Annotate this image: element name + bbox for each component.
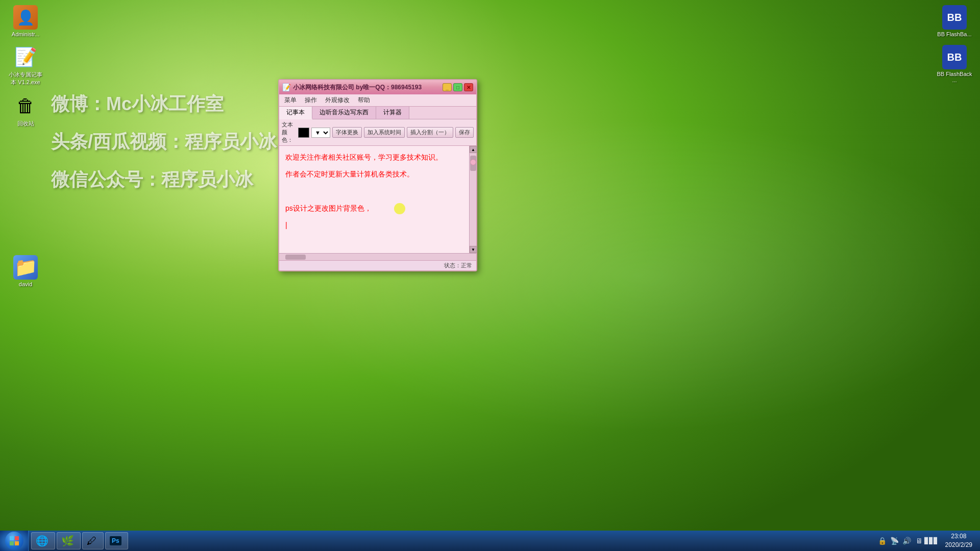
text-cursor-indicator [394,203,405,214]
recycle-icon: 🗑 [13,94,38,118]
menu-item-file[interactable]: 菜单 [282,95,299,105]
admin-label: Administr... [12,31,39,37]
bb-flashback2-icon: BB [942,45,967,69]
bb-flashback2-label: BB FlashBack ... [934,71,975,83]
menu-item-help[interactable]: 帮助 [356,95,372,105]
taskbar: 🌐 🌿 🖊 Ps 🔒 📡 🔊 🖥 ▊▊▊ 23:08 [0,531,980,551]
desktop-icons-left: 👤 Administr... 📝 小冰专属记事 本 V1.2.exe 🗑 回收站… [5,5,46,295]
desktop-icon-david[interactable]: 📁 david [5,255,46,287]
social-wechat: 微信公众号：程序员小冰 [51,167,277,192]
systray-display-icon[interactable]: 🖥 [914,536,924,546]
ps-icon: Ps [110,536,121,545]
tab-calculator[interactable]: 计算器 [376,107,409,119]
window-text-content[interactable]: 欢迎关注作者相关社区账号，学习更多技术知识。 作者会不定时更新大量计算机各类技术… [279,146,469,253]
content-line-3 [285,185,460,197]
systray: 🔒 📡 🔊 🖥 ▊▊▊ [874,536,940,546]
desktop-icon-bb-flashback2[interactable]: BB BB FlashBack ... [934,45,975,83]
window-titlebar: 📝 小冰网络科技有限公司 by唯一QQ：986945193 _ □ ✕ [279,80,476,94]
bb-flashback1-label: BB FlashBa... [937,31,971,37]
horizontal-scrollbar[interactable] [279,253,476,260]
window-close-button[interactable]: ✕ [464,83,473,91]
systray-security-icon[interactable]: 🔒 [877,536,888,546]
scrollbar-track [470,153,476,246]
scrollbar-down-button[interactable]: ▼ [470,246,477,253]
desktop-background-overlay [0,0,980,551]
bb-flashback1-icon: BB [942,5,967,30]
ie-icon: 🌐 [36,535,48,547]
taskbar-ps-button[interactable]: Ps [105,532,128,549]
tab-music[interactable]: 边听音乐边写东西 [312,107,376,119]
desktop-icon-recycle[interactable]: 🗑 回收站 [5,94,46,128]
windows-logo-icon [9,536,19,546]
notepad-app-label: 小冰专属记事 本 V1.2.exe [9,71,42,86]
window-content-area: 欢迎关注作者相关社区账号，学习更多技术知识。 作者会不定时更新大量计算机各类技术… [279,146,476,253]
desktop-icon-bb-flashback1[interactable]: BB BB FlashBa... [934,5,975,37]
h-scrollbar-thumb[interactable] [285,255,306,260]
window-title-text: 小冰网络科技有限公司 by唯一QQ：986945193 [293,83,422,92]
window-tabs: 记事本 边听音乐边写东西 计算器 [279,107,476,119]
window-app-icon: 📝 [282,83,291,91]
font-update-button[interactable]: 字体更换 [332,127,362,138]
systray-network-icon[interactable]: 📡 [890,536,900,546]
taskbar-clock[interactable]: 23:08 2020/2/29 [940,532,977,549]
menu-item-edit[interactable]: 操作 [303,95,319,105]
clock-time: 23:08 [945,532,972,541]
menu-item-appearance[interactable]: 外观修改 [323,95,352,105]
color-picker-box[interactable] [298,128,309,138]
svg-rect-0 [10,536,14,540]
scrollbar-up-button[interactable]: ▲ [470,146,477,153]
notepad-window: 📝 小冰网络科技有限公司 by唯一QQ：986945193 _ □ ✕ 菜单 操… [278,79,477,271]
window-toolbar: 文本颜色： ▼ 字体更换 加入系统时间 插入分割（一） 保存 [279,119,476,146]
window-minimize-button[interactable]: _ [443,83,452,91]
content-line-2: 作者会不定时更新大量计算机各类技术。 [285,168,460,181]
tab-notepad[interactable]: 记事本 [279,107,312,119]
window-title-left: 📝 小冰网络科技有限公司 by唯一QQ：986945193 [282,83,422,92]
taskbar-quicklaunch: 🌐 🌿 🖊 Ps [31,531,130,551]
desktop: 👤 Administr... 📝 小冰专属记事 本 V1.2.exe 🗑 回收站… [0,0,980,551]
taskbar-browser-button[interactable]: 🌿 [57,532,81,549]
corner-decoration [470,159,476,165]
taskbar-right: 🔒 📡 🔊 🖥 ▊▊▊ 23:08 2020/2/29 [874,531,980,551]
window-maximize-button[interactable]: □ [453,83,462,91]
svg-rect-1 [15,536,19,540]
content-text-block: 欢迎关注作者相关社区账号，学习更多技术知识。 作者会不定时更新大量计算机各类技术… [285,151,460,232]
desktop-icon-admin[interactable]: 👤 Administr... [5,5,46,37]
browser-icon: 🌿 [61,535,74,547]
window-menubar: 菜单 操作 外观修改 帮助 [279,94,476,107]
window-statusbar: 状态：正常 [279,260,476,270]
taskbar-ie-button[interactable]: 🌐 [31,532,55,549]
status-text: 状态：正常 [444,262,472,268]
desktop-icon-notepad-app[interactable]: 📝 小冰专属记事 本 V1.2.exe [5,45,46,86]
recycle-label: 回收站 [17,120,34,128]
add-time-button[interactable]: 加入系统时间 [364,127,405,138]
social-weibo: 微博：Mc小冰工作室 [51,92,277,117]
font-color-label: 文本颜色： [282,121,296,144]
save-button[interactable]: 保存 [455,127,474,138]
systray-volume-icon[interactable]: 🔊 [902,536,912,546]
svg-rect-3 [15,541,19,545]
admin-icon: 👤 [13,5,38,30]
taskbar-pen-button[interactable]: 🖊 [82,532,104,549]
content-line-4: ps设计之更改图片背景色， [285,202,460,215]
content-line-5: | [285,219,460,232]
content-line-1: 欢迎关注作者相关社区账号，学习更多技术知识。 [285,151,460,164]
systray-signal-icon: ▊▊▊ [926,536,937,546]
social-toutiao: 头条/西瓜视频：程序员小冰 [51,130,277,155]
start-orb [5,532,23,550]
color-dropdown[interactable]: ▼ [311,128,330,138]
svg-rect-2 [10,541,14,545]
pen-icon: 🖊 [87,535,97,547]
david-label: david [19,281,32,287]
window-controls: _ □ ✕ [443,83,473,91]
notepad-app-icon: 📝 [13,45,38,69]
desktop-social-text: 微博：Mc小冰工作室 头条/西瓜视频：程序员小冰 微信公众号：程序员小冰 [51,92,277,205]
clock-date: 2020/2/29 [945,541,972,549]
insert-divider-button[interactable]: 插入分割（一） [407,127,453,138]
david-icon: 📁 [13,255,38,280]
start-button[interactable] [0,531,29,551]
desktop-icons-right: BB BB FlashBa... BB BB FlashBack ... [934,5,975,91]
